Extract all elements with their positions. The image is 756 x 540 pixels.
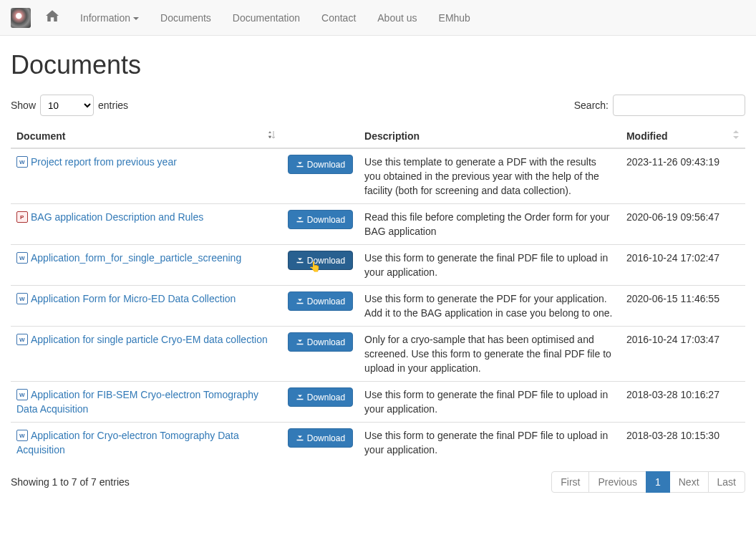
download-button[interactable]: Download <box>288 155 353 174</box>
sort-icon <box>268 130 276 141</box>
nav-emhub[interactable]: EMhub <box>428 1 481 34</box>
home-icon[interactable] <box>35 9 69 26</box>
modified-cell: 2018-03-28 10:15:30 <box>621 423 745 463</box>
table-row: Application Form for Micro-ED Data Colle… <box>11 286 745 327</box>
modified-cell: 2018-03-28 10:16:27 <box>621 382 745 423</box>
doc-file-icon <box>16 252 28 264</box>
page-title: Documents <box>11 50 745 80</box>
modified-cell: 2020-06-19 09:56:47 <box>621 204 745 245</box>
table-row: Project report from previous yearDownloa… <box>11 148 745 204</box>
column-header-download <box>282 125 359 148</box>
download-label: Download <box>307 433 345 443</box>
description-cell: Only for a cryo-sample that has been opt… <box>359 327 621 382</box>
show-suffix-label: entries <box>98 100 128 111</box>
description-cell: Read this file before completing the Ord… <box>359 204 621 245</box>
document-link[interactable]: BAG application Description and Rules <box>31 211 203 223</box>
page-size-select[interactable]: 10 <box>40 95 94 116</box>
nav-about-us[interactable]: About us <box>367 1 427 34</box>
description-cell: Use this form to generate the final PDF … <box>359 382 621 423</box>
download-button[interactable]: Download <box>288 210 353 229</box>
brand-logo[interactable] <box>11 8 31 28</box>
description-cell: Use this form to generate the final PDF … <box>359 245 621 286</box>
download-label: Download <box>307 256 345 266</box>
download-label: Download <box>307 160 345 170</box>
nav-documents[interactable]: Documents <box>150 1 222 34</box>
table-row: Application for single particle Cryo-EM … <box>11 327 745 382</box>
page-last[interactable]: Last <box>708 471 745 493</box>
sort-icon <box>732 130 740 141</box>
download-icon <box>296 214 304 225</box>
nav-documentation[interactable]: Documentation <box>222 1 311 34</box>
download-button[interactable]: Download <box>288 428 353 448</box>
column-header-document[interactable]: Document <box>11 125 282 148</box>
modified-cell: 2020-06-15 11:46:55 <box>621 286 745 327</box>
description-cell: Use this template to generate a PDF with… <box>359 148 621 204</box>
document-link[interactable]: Application for FIB-SEM Cryo-electron To… <box>16 389 258 415</box>
document-link[interactable]: Project report from previous year <box>31 156 177 168</box>
document-link[interactable]: Application for Cryo-electron Tomography… <box>16 430 239 455</box>
download-label: Download <box>307 215 345 225</box>
show-prefix-label: Show <box>11 100 36 111</box>
doc-file-icon <box>16 430 28 441</box>
document-link[interactable]: Application_form_for_single_particle_scr… <box>31 252 241 264</box>
pagination: First Previous 1 Next Last <box>552 471 745 493</box>
download-label: Download <box>307 296 345 307</box>
page-previous[interactable]: Previous <box>588 471 646 493</box>
download-icon <box>296 433 304 443</box>
download-icon <box>296 296 304 307</box>
nav-contact[interactable]: Contact <box>311 1 367 34</box>
pdf-file-icon <box>16 211 28 223</box>
table-row: BAG application Description and RulesDow… <box>11 204 745 245</box>
download-label: Download <box>307 337 345 347</box>
column-header-description[interactable]: Description <box>359 125 621 148</box>
page-length-control: Show 10 entries <box>11 95 128 116</box>
page-1[interactable]: 1 <box>646 471 670 493</box>
download-icon <box>296 392 304 402</box>
caret-icon <box>133 17 139 20</box>
description-cell: Use this form to generate the final PDF … <box>359 423 621 463</box>
download-label: Download <box>307 392 345 402</box>
download-button[interactable]: Download <box>288 291 353 311</box>
download-button[interactable]: Download <box>288 387 353 407</box>
document-link[interactable]: Application for single particle Cryo-EM … <box>31 334 268 345</box>
modified-cell: 2016-10-24 17:03:47 <box>621 327 745 382</box>
description-cell: Use this form to generate the PDF for yo… <box>359 286 621 327</box>
column-header-modified[interactable]: Modified <box>621 125 745 148</box>
table-row: Application for FIB-SEM Cryo-electron To… <box>11 382 745 423</box>
search-label: Search: <box>574 100 609 111</box>
doc-file-icon <box>16 293 28 304</box>
navbar: Information Documents Documentation Cont… <box>0 0 756 36</box>
table-row: Application_form_for_single_particle_scr… <box>11 245 745 286</box>
doc-file-icon <box>16 156 28 168</box>
download-icon <box>296 159 304 170</box>
search-input[interactable] <box>613 95 745 116</box>
nav-information[interactable]: Information <box>69 1 150 34</box>
doc-file-icon <box>16 334 28 345</box>
download-icon <box>296 337 304 347</box>
document-link[interactable]: Application Form for Micro-ED Data Colle… <box>31 293 236 304</box>
table-controls: Show 10 entries Search: <box>11 95 745 116</box>
table-row: Application for Cryo-electron Tomography… <box>11 423 745 463</box>
main-container: Documents Show 10 entries Search: Docume… <box>0 36 756 507</box>
table-footer: Showing 1 to 7 of 7 entries First Previo… <box>11 471 745 493</box>
download-button[interactable]: Download <box>288 251 353 270</box>
doc-file-icon <box>16 389 28 400</box>
page-first[interactable]: First <box>551 471 589 493</box>
download-button[interactable]: Download <box>288 332 353 352</box>
modified-cell: 2016-10-24 17:02:47 <box>621 245 745 286</box>
search-control: Search: <box>574 95 745 116</box>
page-next[interactable]: Next <box>669 471 709 493</box>
documents-table: Document Description Modified Project re… <box>11 125 745 463</box>
download-icon <box>296 255 304 266</box>
table-info: Showing 1 to 7 of 7 entries <box>11 476 130 488</box>
modified-cell: 2023-11-26 09:43:19 <box>621 148 745 204</box>
